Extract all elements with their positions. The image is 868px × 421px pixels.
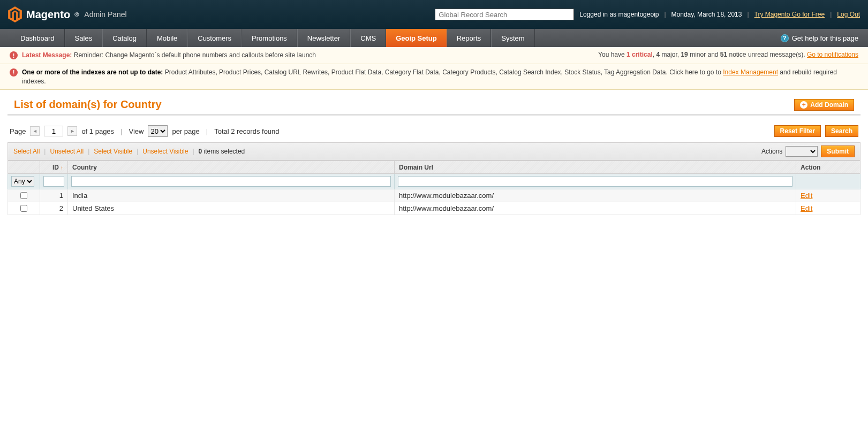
row-checkbox[interactable] [20,192,27,199]
table-row[interactable]: 2United Stateshttp://www.modulebazaar.co… [8,202,861,215]
sort-asc-icon: ↑ [61,165,63,171]
nav-item-reports[interactable]: Reports [447,29,492,47]
col-action: Action [796,161,861,174]
magento-logo-icon [8,6,22,22]
try-magento-link[interactable]: Try Magento Go for Free [754,11,825,18]
nav-item-customers[interactable]: Customers [187,29,241,47]
filter-id-input[interactable] [43,176,64,187]
filter-any-select[interactable]: Any [11,176,34,187]
add-domain-button[interactable]: + Add Domain [794,99,854,111]
nav-item-promotions[interactable]: Promotions [241,29,297,47]
header-bar: Magento ® Admin Panel Logged in as magen… [0,0,868,29]
search-button[interactable]: Search [825,125,858,137]
nav-item-dashboard[interactable]: Dashboard [11,29,65,47]
cell-id: 1 [40,189,68,202]
per-page-select[interactable]: 20 [148,125,168,137]
select-visible-link[interactable]: Select Visible [94,148,132,155]
cell-country: India [68,189,395,202]
col-checkbox [8,161,40,174]
nav-item-cms[interactable]: CMS [350,29,386,47]
domain-grid: ID↑ Country Domain Url Action Any 1India… [7,160,861,215]
notice-index-outdated: ! One or more of the indexes are not up … [0,64,868,90]
logo[interactable]: Magento ® Admin Panel [8,6,127,22]
page-next-button[interactable]: ► [67,126,77,136]
cell-domain: http://www.modulebazaar.com/ [395,189,796,202]
nav-item-sales[interactable]: Sales [65,29,103,47]
index-management-link[interactable]: Index Management [723,68,778,76]
cell-country: United States [68,202,395,215]
edit-link[interactable]: Edit [801,192,812,200]
row-checkbox[interactable] [20,205,27,212]
global-search-input[interactable] [435,9,574,20]
nav-item-catalog[interactable]: Catalog [102,29,147,47]
page-prev-button[interactable]: ◄ [30,126,40,136]
mass-actions-select[interactable] [786,146,818,157]
alert-icon: ! [10,68,18,76]
table-row[interactable]: 1Indiahttp://www.modulebazaar.com/Edit [8,189,861,202]
pager: Page ◄ ► of 1 pages | View 20 per page |… [7,125,861,142]
cell-id: 2 [40,202,68,215]
edit-link[interactable]: Edit [801,204,812,212]
help-icon: ? [781,34,789,42]
notice-latest-message: ! Latest Message: Reminder: Change Magen… [0,47,868,64]
go-to-notifications-link[interactable]: Go to notifications [807,51,858,58]
brand-sub: Admin Panel [84,10,126,19]
col-country[interactable]: Country [68,161,395,174]
nav-item-geoip-setup[interactable]: Geoip Setup [386,29,447,47]
col-id[interactable]: ID↑ [40,161,68,174]
header-date: Monday, March 18, 2013 [671,11,742,18]
unselect-all-link[interactable]: Unselect All [50,148,84,155]
submit-button[interactable]: Submit [821,146,855,157]
nav-item-mobile[interactable]: Mobile [147,29,187,47]
nav-help[interactable]: ? Get help for this page [781,29,868,47]
filter-domain-input[interactable] [398,176,792,187]
nav-item-system[interactable]: System [491,29,534,47]
select-all-link[interactable]: Select All [13,148,40,155]
plus-icon: + [800,101,807,109]
page-number-input[interactable] [44,126,63,136]
cell-domain: http://www.modulebazaar.com/ [395,202,796,215]
mass-actions-bar: Select All | Unselect All | Select Visib… [7,142,861,160]
logout-link[interactable]: Log Out [837,11,860,18]
unselect-visible-link[interactable]: Unselect Visible [142,148,188,155]
main-nav: DashboardSalesCatalogMobileCustomersProm… [0,29,868,47]
brand-main: Magento [26,9,70,21]
alert-icon: ! [10,51,18,59]
nav-item-newsletter[interactable]: Newsletter [297,29,350,47]
page-title: List of domain(s) for Country [14,98,162,111]
logged-in-text: Logged in as magentogeoip [579,11,659,18]
filter-country-input[interactable] [71,176,391,187]
col-domain[interactable]: Domain Url [395,161,796,174]
reset-filter-button[interactable]: Reset Filter [774,125,821,137]
